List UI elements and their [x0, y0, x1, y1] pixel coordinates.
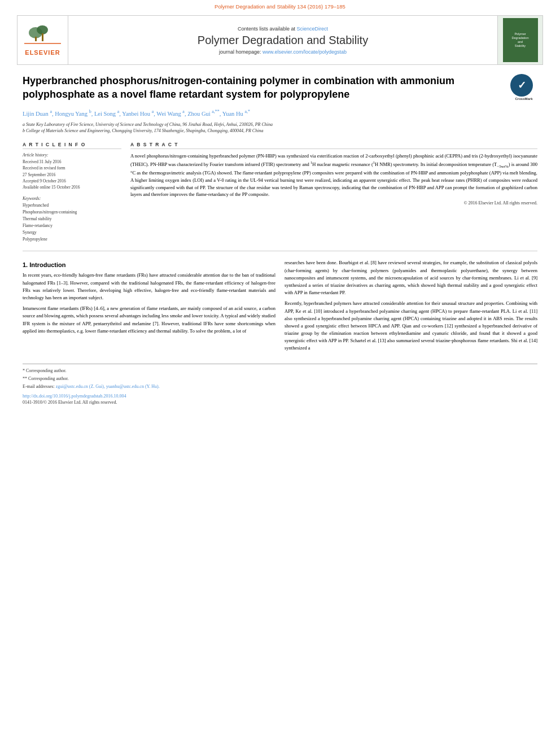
intro-section-title: 1. Introduction	[23, 261, 275, 268]
available-date: Available online 15 October 2016	[23, 184, 121, 190]
doi-line[interactable]: http://dx.doi.org/10.1016/j.polymdegrads…	[23, 394, 537, 399]
right-para1: researches have been done. Bourbigot et …	[285, 259, 537, 296]
keyword-3: Thermal stability	[23, 216, 121, 222]
issn-line: 0141-3910/© 2016 Elsevier Ltd. All right…	[23, 400, 537, 405]
email-label: E-mail addresses:	[23, 384, 55, 389]
paper-title-text: Hyperbranched phosphorus/nitrogen-contai…	[23, 75, 454, 100]
body-right-column: researches have been done. Bourbigot et …	[285, 259, 537, 355]
abstract-column: A B S T R A C T A novel phosphorus/nitro…	[130, 142, 537, 243]
abstract-text: A novel phosphorus/nitrogen-containing h…	[130, 152, 537, 198]
section-title-text: Introduction	[29, 261, 65, 268]
history-label: Article history:	[23, 152, 121, 158]
article-history-block: Article history: Received 31 July 2016 R…	[23, 152, 121, 190]
section-number: 1.	[23, 261, 28, 268]
homepage-label: journal homepage:	[219, 49, 261, 55]
received-revised: Received in revised form27 September 201…	[23, 165, 121, 178]
keywords-label: Keywords:	[23, 196, 121, 201]
abstract-heading: A B S T R A C T	[130, 142, 537, 149]
keyword-5: Synergy	[23, 229, 121, 236]
copyright-line: © 2016 Elsevier Ltd. All rights reserved…	[130, 200, 537, 206]
article-info-column: A R T I C L E I N F O Article history: R…	[23, 142, 121, 243]
paper-title: Hyperbranched phosphorus/nitrogen-contai…	[23, 74, 537, 102]
homepage-link[interactable]: www.elsevier.com/locate/polydegstab	[262, 49, 347, 55]
intro-para2: Intumescent flame retardants (IFRs) [4–6…	[23, 305, 275, 335]
keyword-2: Phosphorus/nitrogen-containing	[23, 209, 121, 216]
elsevier-text: ELSEVIER	[25, 49, 60, 56]
authors-line: Lijin Duan a, Hongyu Yang b, Lei Song a,…	[23, 108, 537, 118]
contents-line: Contents lists available at ScienceDirec…	[238, 26, 328, 32]
svg-rect-4	[42, 33, 43, 41]
crossmark-icon: ✓	[518, 78, 526, 92]
crossmark-label: CrossMark	[510, 97, 537, 101]
keyword-1: Hyperbranched	[23, 202, 121, 209]
crossmark-badge: ✓ CrossMark	[510, 74, 537, 101]
keyword-6: Polypropylene	[23, 236, 121, 243]
received-date: Received 31 July 2016	[23, 159, 121, 165]
journal-cover-section: Polymer Degradation and Stability	[497, 16, 542, 64]
cover-title: Polymer Degradation and Stability	[512, 32, 529, 49]
intro-para1: In recent years, eco-friendly halogen-fr…	[23, 272, 275, 302]
footnote-corresponding1: * Corresponding author.	[23, 368, 537, 374]
affiliations: a State Key Laboratory of Fire Science, …	[23, 121, 537, 134]
journal-header: ELSEVIER Contents lists available at Sci…	[17, 15, 543, 65]
affiliation-b: b College of Materials Science and Engin…	[23, 128, 537, 134]
footnote-corresponding2: ** Corresponding author.	[23, 375, 537, 382]
svg-point-2	[37, 25, 48, 34]
body-section: 1. Introduction In recent years, eco-fri…	[23, 259, 537, 355]
paper-content: Hyperbranched phosphorus/nitrogen-contai…	[0, 74, 560, 405]
right-para2: Recently, hyperbranched polymers have at…	[285, 300, 537, 352]
journal-homepage: journal homepage: www.elsevier.com/locat…	[219, 49, 347, 55]
elsevier-logo-section: ELSEVIER	[18, 16, 68, 64]
accepted-date: Accepted 9 October 2016	[23, 178, 121, 184]
contents-label: Contents lists available at	[238, 26, 295, 32]
journal-cover-mini: Polymer Degradation and Stability	[503, 18, 538, 62]
elsevier-logo: ELSEVIER	[24, 24, 61, 56]
journal-ref-text: Polymer Degradation and Stability 134 (2…	[215, 3, 345, 10]
footnote-emails: E-mail addresses: zgui@ustc.edu.cn (Z. G…	[23, 383, 537, 390]
elsevier-logo-graphic	[24, 24, 61, 48]
section-divider	[23, 251, 537, 251]
journal-reference: Polymer Degradation and Stability 134 (2…	[0, 0, 560, 12]
email-addresses: zgui@ustc.edu.cn (Z. Gui), yuanhu@ustc.e…	[56, 384, 160, 389]
keyword-4: Flame-retardancy	[23, 222, 121, 229]
footnote-section: * Corresponding author. ** Corresponding…	[23, 364, 537, 390]
affiliation-a: a State Key Laboratory of Fire Science, …	[23, 121, 537, 128]
crossmark-circle: ✓	[510, 74, 533, 97]
article-info-abstract-section: A R T I C L E I N F O Article history: R…	[23, 142, 537, 243]
keywords-block: Keywords: Hyperbranched Phosphorus/nitro…	[23, 196, 121, 243]
journal-header-main: Contents lists available at ScienceDirec…	[68, 16, 497, 64]
body-left-column: 1. Introduction In recent years, eco-fri…	[23, 259, 275, 355]
svg-rect-3	[35, 37, 37, 41]
sciencedirect-link[interactable]: ScienceDirect	[297, 26, 329, 32]
article-info-heading: A R T I C L E I N F O	[23, 142, 121, 149]
journal-title-header: Polymer Degradation and Stability	[198, 34, 368, 47]
